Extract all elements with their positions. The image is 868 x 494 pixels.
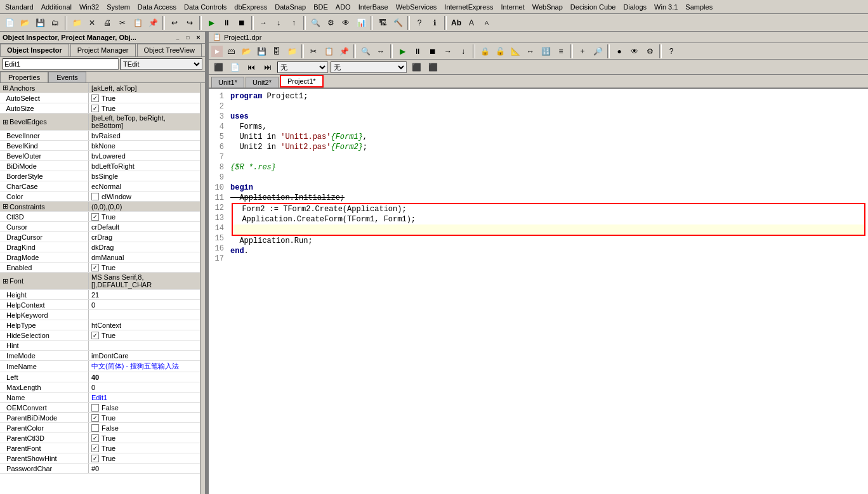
prop-checkbox[interactable] [91, 404, 99, 412]
component-name-input[interactable] [3, 58, 119, 70]
prop-checkbox[interactable]: ✓ [91, 455, 99, 462]
prop-row[interactable]: BiDiModebdLeftToRight [0, 161, 200, 171]
menu-datasnap[interactable]: DataSnap [271, 2, 310, 12]
code-area[interactable]: 1234567891011121314151617 program Projec… [209, 89, 868, 494]
prop-row[interactable]: ColorclWindow [0, 192, 200, 202]
etb2-code-toggle[interactable]: 📄 [228, 60, 242, 74]
prop-checkbox[interactable]: ✓ [91, 105, 99, 112]
etb-breakpoint[interactable]: ● [612, 44, 626, 58]
etb-pause[interactable]: ⏸ [411, 44, 424, 58]
etb-new-form[interactable]: 🗃 [224, 44, 238, 58]
prop-row[interactable]: HelpKeyword [0, 310, 200, 320]
etb-stop[interactable]: ⏹ [426, 44, 440, 58]
prop-row[interactable]: ImeModeimDontCare [0, 351, 200, 361]
prop-row[interactable]: ⊞Anchors[akLeft, akTop] [0, 83, 200, 93]
tb-about[interactable]: ℹ [428, 16, 442, 30]
prop-row[interactable]: CharCaseecNormal [0, 181, 200, 192]
etb2-history[interactable]: ⏮ [244, 60, 258, 74]
tb-inspect[interactable]: 🔍 [308, 16, 322, 30]
prop-row[interactable]: ParentColorFalse [0, 423, 200, 433]
etb-paste[interactable]: 📌 [337, 44, 351, 58]
prop-checkbox[interactable]: ✓ [91, 213, 99, 221]
tab-object-inspector[interactable]: Object Inspector [0, 44, 69, 56]
prop-row[interactable]: HideSelection✓True [0, 330, 200, 341]
tb-saveall[interactable]: 🗂 [48, 16, 62, 30]
etb-trace[interactable]: ↓ [456, 44, 470, 58]
tb-font-size2[interactable]: A [480, 16, 494, 30]
tb-stepover[interactable]: → [256, 16, 270, 30]
prop-row[interactable]: BevelOuterbvLowered [0, 151, 200, 161]
menu-bde[interactable]: BDE [310, 2, 332, 12]
prop-row[interactable]: ParentCtl3D✓True [0, 433, 200, 443]
etb-evaluate2[interactable]: ⚙ [643, 44, 657, 58]
prop-row[interactable]: PasswordChar#0 [0, 464, 200, 474]
etb-unlock[interactable]: 🔓 [493, 44, 507, 58]
tb-undo[interactable]: ↩ [168, 16, 181, 30]
menu-standard[interactable]: Standard [1, 2, 37, 12]
menu-samples[interactable]: Samples [681, 2, 716, 12]
menu-dialogs[interactable]: Dialogs [619, 2, 650, 12]
tb-stop[interactable]: ⏹ [235, 16, 249, 30]
menu-dbexpress[interactable]: dbExpress [230, 2, 271, 12]
menu-ado[interactable]: ADO [332, 2, 355, 12]
prop-row[interactable]: ⊞FontMS Sans Serif,8,[],DEFAULT_CHAR [0, 273, 200, 290]
tb-stepout[interactable]: ↑ [287, 16, 301, 30]
prop-row[interactable]: HelpContext0 [0, 300, 200, 310]
tb-new[interactable]: 📄 [3, 16, 16, 30]
etb-open-project[interactable]: 📁 [285, 44, 299, 58]
prop-row[interactable]: DragCursorcrDrag [0, 232, 200, 242]
prop-checkbox[interactable]: ✓ [91, 332, 99, 339]
tb-pause[interactable]: ⏸ [220, 16, 233, 30]
menu-additional[interactable]: Additional [37, 2, 76, 12]
tb-paste[interactable]: 📌 [146, 16, 160, 30]
prop-row[interactable]: Left40 [0, 372, 200, 382]
menu-webservices[interactable]: WebServices [392, 2, 441, 12]
prop-checkbox[interactable]: ✓ [91, 445, 99, 452]
tab-unit2[interactable]: Unit2* [246, 77, 279, 88]
tab-unit1[interactable]: Unit1* [211, 77, 244, 88]
etb-lock[interactable]: 🔒 [478, 44, 492, 58]
prop-checkbox[interactable] [91, 424, 99, 432]
etb-align[interactable]: 📐 [508, 44, 522, 58]
etb-toggle[interactable]: ▶ [211, 46, 223, 57]
tb-watch[interactable]: 👁 [339, 16, 353, 30]
scope-dropdown[interactable]: 无 [277, 62, 328, 73]
tb-help[interactable]: ? [412, 16, 426, 30]
prop-scrollbar[interactable] [200, 83, 205, 494]
tb-build[interactable]: 🔨 [391, 16, 405, 30]
tb-project[interactable]: 🏗 [376, 16, 390, 30]
etb-help[interactable]: ? [664, 44, 678, 58]
prop-row[interactable]: BevelKindbkNone [0, 141, 200, 151]
prop-row[interactable]: Height21 [0, 290, 200, 300]
oi-maximize[interactable]: □ [183, 33, 192, 42]
tab-project-manager[interactable]: Project Manager [70, 44, 136, 56]
tab-object-treeview[interactable]: Object TreeView [137, 44, 202, 56]
menu-data-access[interactable]: Data Access [134, 2, 180, 12]
etb-size[interactable]: ↔ [523, 44, 537, 58]
etb-scale[interactable]: 🔢 [539, 44, 553, 58]
prop-tab-properties[interactable]: Properties [0, 72, 48, 82]
etb-run[interactable]: ▶ [395, 44, 409, 58]
method-dropdown[interactable]: 无 [331, 62, 407, 73]
prop-row[interactable]: MaxLength0 [0, 382, 200, 393]
menu-data-controls[interactable]: Data Controls [180, 2, 230, 12]
code-content[interactable]: program Project1; uses Forms, Unit1 in '… [228, 89, 868, 494]
prop-row[interactable]: DragModedmManual [0, 252, 200, 263]
tb-font-size1[interactable]: A [464, 16, 478, 30]
tb-callstack[interactable]: 📊 [354, 16, 368, 30]
prop-row[interactable]: OEMConvertFalse [0, 403, 200, 413]
tb-open2[interactable]: 📁 [70, 16, 84, 30]
etb-step[interactable]: → [441, 44, 455, 58]
menu-system[interactable]: System [103, 2, 134, 12]
tb-open[interactable]: 📂 [18, 16, 32, 30]
prop-row[interactable]: AutoSize✓True [0, 103, 200, 114]
tb-evaluate[interactable]: ⚙ [324, 16, 338, 30]
prop-checkbox[interactable]: ✓ [91, 434, 99, 442]
etb-open-file[interactable]: 📂 [239, 44, 253, 58]
tb-close[interactable]: ✕ [85, 16, 99, 30]
tb-stepinto[interactable]: ↓ [272, 16, 286, 30]
prop-row[interactable]: ParentShowHint✓True [0, 453, 200, 464]
etb-save-file[interactable]: 💾 [254, 44, 268, 58]
menu-websnap[interactable]: WebSnap [529, 2, 567, 12]
menu-win31[interactable]: Win 3.1 [650, 2, 681, 12]
